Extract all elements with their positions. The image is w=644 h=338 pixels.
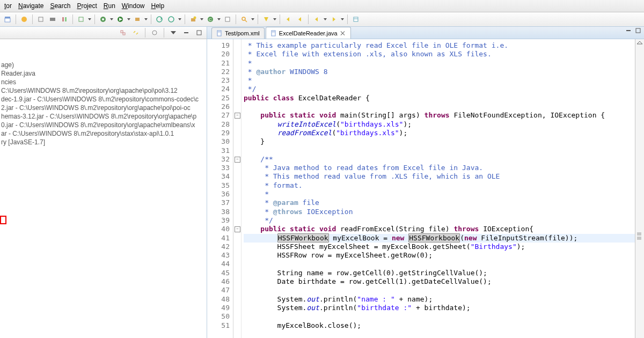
toolbar-button[interactable] (19, 14, 30, 25)
tree-item[interactable]: 0.jar - C:\Users\WINDOWS 8\.m2\repositor… (1, 121, 206, 129)
history-back-button[interactable] (311, 14, 322, 25)
overview-ruler[interactable] (635, 39, 644, 338)
line-number-gutter[interactable]: 1920212223242526272829303132333435363738… (207, 39, 233, 338)
fold-toggle[interactable]: − (235, 113, 240, 119)
svg-rect-5 (62, 17, 64, 21)
svg-marker-32 (287, 17, 289, 21)
menu-window[interactable]: Window (119, 1, 148, 11)
menu-run[interactable]: Run (100, 1, 119, 11)
back-button[interactable] (295, 14, 305, 25)
svg-marker-16 (144, 18, 148, 20)
history-forward-button[interactable] (328, 14, 339, 25)
menu-help[interactable]: Help (148, 1, 168, 11)
close-icon[interactable] (340, 30, 346, 36)
dropdown-icon[interactable] (87, 14, 92, 24)
toolbar-button[interactable] (47, 14, 58, 25)
focus-icon[interactable] (149, 27, 160, 38)
svg-marker-30 (264, 17, 268, 21)
dropdown-icon[interactable] (178, 14, 182, 24)
debug-button[interactable] (98, 14, 108, 25)
toolbar-button[interactable] (261, 14, 272, 25)
svg-rect-51 (636, 28, 640, 33)
project-tree[interactable]: age)Reader.javanciesC:\Users\WINDOWS 8\.… (0, 39, 207, 148)
editor-tab[interactable]: ExcelDateReader.java (266, 27, 351, 39)
toolbar-button[interactable] (35, 14, 46, 25)
code-editor[interactable]: * This example particularly read Excel f… (241, 39, 635, 338)
file-icon (270, 30, 277, 36)
tree-item[interactable]: hemas-3.12.jar - C:\Users\WINDOWS 8\.m2\… (1, 112, 206, 121)
toolbar-button[interactable] (154, 14, 165, 25)
new-package-button[interactable] (188, 14, 199, 25)
tree-item[interactable]: ry [JavaSE-1.7] (1, 138, 206, 146)
tree-item[interactable]: 2.jar - C:\Users\WINDOWS 8\.m2\repositor… (1, 104, 206, 112)
tree-item[interactable]: age) (1, 61, 206, 69)
svg-rect-40 (121, 31, 123, 33)
menu-project[interactable]: Project (74, 1, 100, 11)
file-icon (216, 30, 223, 36)
svg-rect-26 (225, 17, 230, 21)
project-explorer-toolbar (0, 27, 207, 39)
dropdown-icon[interactable] (217, 14, 221, 24)
svg-rect-4 (50, 18, 55, 21)
svg-rect-6 (65, 17, 67, 21)
fold-toggle[interactable]: − (235, 157, 240, 163)
toolbar-button[interactable] (76, 14, 86, 25)
maximize-icon[interactable] (635, 28, 641, 33)
fold-toggle[interactable]: − (235, 226, 240, 232)
dropdown-icon[interactable] (127, 14, 131, 24)
dropdown-icon[interactable] (323, 14, 327, 24)
tree-item[interactable]: dec-1.9.jar - C:\Users\WINDOWS 8\.m2\rep… (1, 95, 206, 104)
toolbar-button[interactable] (2, 14, 13, 25)
dropdown-icon[interactable] (273, 14, 277, 24)
svg-point-10 (102, 18, 104, 20)
editor-tabs: Test/pom.xmlExcelDateReader.java (207, 27, 644, 39)
svg-marker-31 (273, 18, 276, 20)
svg-rect-50 (626, 30, 631, 31)
svg-rect-3 (39, 17, 43, 21)
editor-tab[interactable]: Test/pom.xml (211, 27, 265, 39)
minimize-icon[interactable] (181, 27, 192, 38)
search-button[interactable] (239, 14, 250, 25)
svg-rect-44 (184, 32, 188, 33)
dropdown-icon[interactable] (200, 14, 204, 24)
tree-item[interactable]: C:\Users\WINDOWS 8\.m2\repository\org\ap… (1, 86, 206, 95)
svg-rect-41 (123, 33, 125, 35)
tree-item[interactable]: Reader.java (1, 69, 206, 78)
svg-marker-35 (324, 18, 327, 20)
toolbar-button[interactable] (166, 14, 177, 25)
svg-marker-43 (171, 31, 176, 34)
toolbar-button[interactable] (59, 14, 70, 25)
svg-rect-45 (197, 31, 201, 35)
svg-marker-11 (110, 18, 113, 20)
tree-item[interactable]: ncies (1, 78, 206, 86)
folding-strip[interactable]: −−− (233, 39, 241, 338)
dropdown-icon[interactable] (109, 14, 114, 24)
svg-line-28 (245, 20, 247, 22)
toolbar-button[interactable] (222, 14, 233, 25)
minimize-icon[interactable] (626, 28, 631, 33)
collapse-all-icon[interactable] (118, 27, 128, 38)
tab-label: Test/pom.xml (225, 30, 260, 36)
menu-navigate[interactable]: Navigate (15, 1, 47, 11)
menu-search[interactable]: Search (47, 1, 74, 11)
main-toolbar: C (0, 12, 644, 27)
link-editor-icon[interactable] (130, 27, 141, 38)
view-menu-icon[interactable] (168, 27, 179, 38)
run-button[interactable] (115, 14, 126, 25)
toolbar-button[interactable] (350, 14, 361, 25)
tree-item[interactable]: ar - C:\Users\WINDOWS 8\.m2\repository\s… (1, 129, 206, 138)
new-class-button[interactable]: C (205, 14, 216, 25)
maximize-icon[interactable] (194, 27, 204, 38)
menu-tor[interactable]: tor (1, 1, 15, 11)
toolbar-button[interactable] (132, 14, 143, 25)
svg-rect-47 (218, 32, 221, 32)
svg-rect-7 (79, 17, 83, 21)
back-button[interactable] (283, 14, 294, 25)
project-explorer[interactable]: age)Reader.javanciesC:\Users\WINDOWS 8\.… (0, 27, 207, 338)
dropdown-icon[interactable] (340, 14, 345, 24)
svg-point-18 (169, 17, 174, 22)
dropdown-icon[interactable] (144, 14, 148, 24)
svg-rect-1 (5, 18, 10, 22)
tab-label: ExcelDateReader.java (279, 30, 338, 36)
dropdown-icon[interactable] (251, 14, 255, 24)
